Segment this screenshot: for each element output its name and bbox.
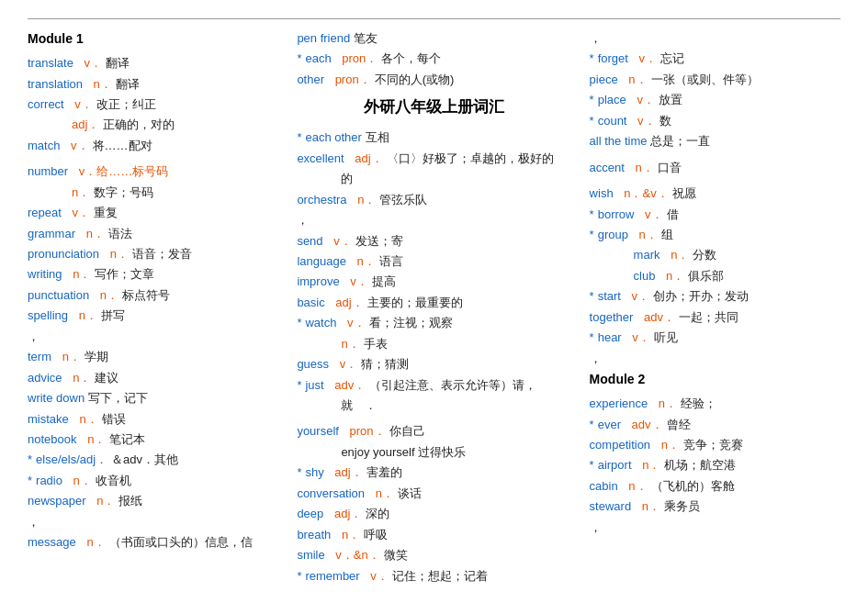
entry-star: * xyxy=(297,128,301,147)
entry-def: 语言 xyxy=(379,251,403,271)
list-item: 的 xyxy=(297,169,570,188)
entry-star: * xyxy=(297,313,301,332)
list-item: translate v．翻译 xyxy=(28,53,278,73)
list-item: *place v．放置 xyxy=(590,90,840,109)
entry-def: 互相 xyxy=(366,128,389,147)
entry-def: 乘务员 xyxy=(664,497,700,516)
entry-word: orchestra xyxy=(297,190,346,209)
entry-def: （飞机的）客舱 xyxy=(651,476,735,496)
entry-pos: adj． xyxy=(334,504,362,523)
list-item: *remember v．记住；想起；记着 xyxy=(297,566,570,586)
list-item: mark n．分数 xyxy=(590,245,840,264)
entry-pos: n． xyxy=(73,471,92,490)
entry-pos: v． xyxy=(71,136,89,155)
entry-pos: n． xyxy=(86,532,105,552)
list-item: smile v．&n．微笑 xyxy=(297,545,570,564)
entry-def: 管弦乐队 xyxy=(379,190,427,209)
entry-word: punctuation xyxy=(28,285,89,305)
entry-pos: n． xyxy=(671,245,689,264)
entry-pos: v． xyxy=(73,203,91,222)
list-item: *borrow v．借 xyxy=(590,205,840,224)
list-item: competition n．竞争；竞赛 xyxy=(590,435,840,454)
list-item: pen friend笔友 xyxy=(297,28,570,48)
entry-word: experience xyxy=(590,394,648,413)
entry-def: 数 xyxy=(659,111,671,130)
entry-pos: n． xyxy=(628,476,647,496)
list-item: *shy adj．害羞的 xyxy=(297,463,570,482)
list-item: number v．给……标号码 xyxy=(28,162,278,181)
list-item: improve v．提高 xyxy=(297,272,570,291)
entry-def: 创办；开办；发动 xyxy=(653,286,749,306)
entry-def: 分数 xyxy=(693,245,716,264)
entry-def: 机场；航空港 xyxy=(664,455,736,474)
entry-pos: adj． xyxy=(335,293,363,312)
entry-word: match xyxy=(28,136,60,155)
entry-def: （书面或口头的）信息，信 xyxy=(109,532,253,552)
entry-pos: adv． xyxy=(644,307,675,327)
list-item: write down写下，记下 xyxy=(28,388,278,407)
entry-def: 微笑 xyxy=(384,545,408,564)
entry-pos: n． xyxy=(73,264,91,284)
entry-pos: v．&n． xyxy=(335,545,379,564)
entry-pos: n． xyxy=(357,190,376,209)
list-item: term n．学期 xyxy=(28,347,278,366)
entry-pos: n． xyxy=(666,266,684,285)
list-item: *ever adv．曾经 xyxy=(590,415,840,434)
list-item: together adv．一起；共同 xyxy=(590,307,840,327)
entry-def: 语音；发音 xyxy=(132,244,192,263)
entry-pos: adv． xyxy=(632,415,663,434)
entry-def: 拼写 xyxy=(101,306,125,325)
module2-title: Module 2 xyxy=(590,369,840,390)
entry-word: radio xyxy=(36,471,62,490)
list-item: advice n．建议 xyxy=(28,368,278,387)
entry-pos: n． xyxy=(73,368,91,387)
entry-word: else/els/adj． xyxy=(36,450,107,469)
entry-pos: pron． xyxy=(335,70,371,89)
entry-def: 总是；一直 xyxy=(650,131,710,151)
entry-def: 你自己 xyxy=(389,421,425,441)
entry-word: number xyxy=(28,162,68,181)
entry-word: accent xyxy=(590,158,625,177)
entry-star: * xyxy=(28,450,32,469)
list-item: *start v．创办；开办；发动 xyxy=(590,286,840,306)
entry-pos: n． xyxy=(376,484,394,503)
module1-title: Module 1 xyxy=(28,28,278,50)
entry-def: 手表 xyxy=(364,334,388,353)
entry-word: forget xyxy=(598,49,628,68)
entry-pos: n． xyxy=(342,525,360,544)
entry-pos: v．给……标号码 xyxy=(79,162,169,181)
entry-def: 谈话 xyxy=(398,484,422,503)
entry-star: * xyxy=(590,328,594,347)
entry-word: steward xyxy=(590,497,632,516)
list-item: basic adj．主要的；最重要的 xyxy=(297,293,570,312)
entry-def: 记住；想起；记着 xyxy=(392,566,488,586)
list-item: translation n．翻译 xyxy=(28,74,278,94)
entry-pos: n． xyxy=(96,491,115,510)
entry-word: each other xyxy=(305,128,361,147)
entry-def: 看；注视；观察 xyxy=(369,313,453,332)
entry-def: 不同的人(或物) xyxy=(375,70,455,89)
list-item: send v．发送；寄 xyxy=(297,231,570,251)
entry-word: guess xyxy=(297,354,329,374)
entry-word: message xyxy=(28,532,76,552)
entry-pos: n． xyxy=(642,497,660,516)
entry-word: shy xyxy=(305,463,323,482)
list-item: repeat v．重复 xyxy=(28,203,278,222)
entry-star: * xyxy=(590,111,594,130)
entry-pos: n． xyxy=(110,244,129,263)
list-item: guess v．猜；猜测 xyxy=(297,354,570,374)
mid-top-entries: pen friend笔友 *each pron．各个，每个 other pron… xyxy=(297,28,570,89)
entry-star: * xyxy=(590,286,594,306)
entry-pos: v． xyxy=(370,566,389,586)
entry-def: 一起；共同 xyxy=(679,307,738,327)
entry-word: cabin xyxy=(590,476,618,496)
entry-def: 呼吸 xyxy=(364,525,388,544)
list-item: wish n．&v．祝愿 xyxy=(590,184,840,203)
entry-pos: v． xyxy=(347,313,366,332)
entry-pos: n． xyxy=(94,74,112,94)
list-item: club n．俱乐部 xyxy=(590,266,840,285)
list-item: *forget v．忘记 xyxy=(590,49,840,68)
entry-def: 改正；纠正 xyxy=(96,95,156,114)
list-item: language n．语言 xyxy=(297,251,570,271)
list-item: excellent adj．〈口〉好极了；卓越的，极好的 xyxy=(297,149,570,168)
